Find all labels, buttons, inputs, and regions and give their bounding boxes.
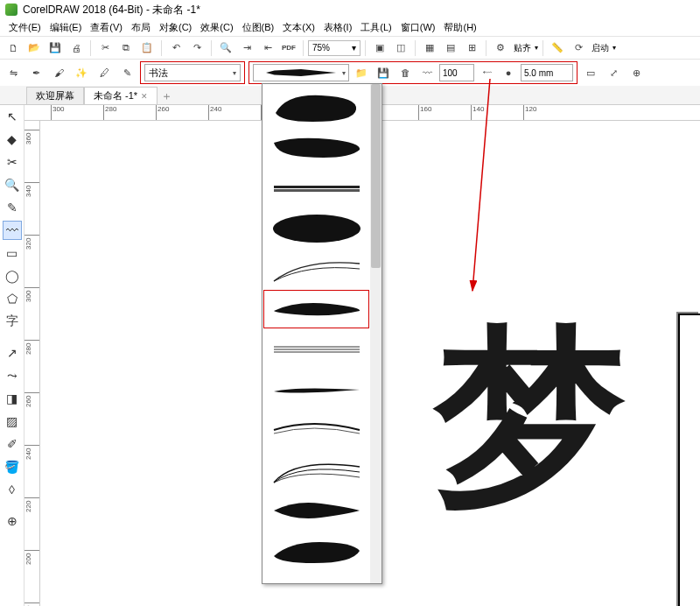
menu-file[interactable]: 文件(E) bbox=[5, 19, 45, 36]
zoom-tool-icon[interactable]: 🔍 bbox=[3, 175, 22, 194]
brush-shape-icon bbox=[269, 533, 365, 568]
polygon-tool-icon[interactable]: ⬠ bbox=[3, 289, 22, 308]
sprayer-icon[interactable]: ✨ bbox=[72, 63, 91, 82]
save-icon[interactable]: 💾 bbox=[46, 39, 65, 58]
cut-icon[interactable]: ✂ bbox=[95, 39, 115, 58]
text-tool-icon[interactable]: 字 bbox=[3, 312, 22, 331]
crop-tool-icon[interactable]: ✂ bbox=[3, 152, 22, 172]
dimension-tool-icon[interactable]: ↗ bbox=[3, 343, 22, 363]
width-icon[interactable]: ● bbox=[499, 63, 518, 82]
brush-item-8[interactable] bbox=[262, 370, 370, 410]
grid-icon[interactable]: ▦ bbox=[420, 39, 439, 58]
fill-tool-icon[interactable]: 🪣 bbox=[3, 457, 22, 476]
ruler-icon[interactable]: 📏 bbox=[548, 39, 567, 58]
eyedropper-tool-icon[interactable]: ✐ bbox=[3, 434, 22, 454]
scrollbar-thumb[interactable] bbox=[371, 84, 381, 268]
brush-item-9[interactable] bbox=[262, 410, 370, 450]
artwork-character[interactable]: 梦 bbox=[434, 322, 626, 515]
save-brush-icon[interactable]: 💾 bbox=[374, 63, 393, 82]
menu-text[interactable]: 文本(X) bbox=[279, 19, 318, 36]
brush-item-11[interactable] bbox=[262, 490, 370, 531]
pdf-icon[interactable]: PDF bbox=[279, 39, 298, 58]
tab-welcome[interactable]: 欢迎屏幕 bbox=[26, 87, 84, 104]
tab-add[interactable]: ＋ bbox=[158, 88, 175, 104]
copy-icon[interactable]: ⧉ bbox=[116, 39, 136, 58]
rectangle-tool-icon[interactable]: ▭ bbox=[3, 243, 22, 263]
options-icon[interactable]: ⚙ bbox=[491, 39, 510, 58]
menu-bitmap[interactable]: 位图(B) bbox=[239, 19, 278, 36]
menu-edit[interactable]: 编辑(E) bbox=[46, 19, 86, 36]
stroke-width-field[interactable]: 5.0 mm bbox=[521, 64, 573, 81]
zoom-combo[interactable]: 75%▾ bbox=[308, 40, 360, 56]
brush-item-13[interactable] bbox=[262, 571, 370, 584]
launch-label[interactable]: 启动 bbox=[590, 42, 611, 54]
brush-item-5[interactable] bbox=[262, 249, 370, 289]
artistic-media-tool-icon[interactable]: 〰 bbox=[3, 221, 22, 240]
bounding-icon[interactable]: ▭ bbox=[581, 63, 600, 82]
smoothing-value[interactable]: 100 bbox=[439, 64, 474, 81]
preset-icon[interactable]: ✒ bbox=[26, 63, 46, 82]
import-icon[interactable]: ⇥ bbox=[237, 39, 256, 58]
undo-icon[interactable]: ↶ bbox=[166, 39, 186, 58]
outline-tool-icon[interactable]: ◊ bbox=[3, 480, 22, 499]
tab-document[interactable]: 未命名 -1*✕ bbox=[84, 87, 158, 104]
brush-item-1[interactable] bbox=[262, 88, 370, 128]
ellipse-tool-icon[interactable]: ◯ bbox=[3, 266, 22, 285]
redo-icon[interactable]: ↷ bbox=[187, 39, 206, 58]
quick-customize-icon[interactable]: ⊕ bbox=[3, 511, 22, 531]
menu-table[interactable]: 表格(I) bbox=[320, 19, 355, 36]
transform-icon[interactable]: ⟳ bbox=[569, 39, 588, 58]
menu-object[interactable]: 对象(C) bbox=[156, 19, 195, 36]
smoothing-icon[interactable]: 〰 bbox=[417, 63, 437, 82]
new-icon[interactable]: 🗋 bbox=[4, 39, 23, 58]
property-bar: ⇋ ✒ 🖌 ✨ 🖊 ✎ 书法 ▾ ▾ 📁 💾 🗑 〰 100 ⬳ ● 5.0 m… bbox=[0, 60, 700, 86]
preview-icon[interactable]: ◫ bbox=[391, 39, 410, 58]
brush-item-10[interactable] bbox=[262, 450, 370, 490]
close-icon[interactable]: ✕ bbox=[141, 92, 148, 101]
brush-item-3[interactable] bbox=[262, 168, 370, 208]
pick-tool-icon[interactable]: ↖ bbox=[3, 107, 22, 126]
transparency-tool-icon[interactable]: ▨ bbox=[3, 412, 22, 431]
export-icon[interactable]: ⇤ bbox=[258, 39, 277, 58]
freehand-tool-icon[interactable]: ✎ bbox=[3, 198, 22, 217]
brush-stroke-dropdown[interactable] bbox=[262, 83, 382, 584]
mirror-h-icon[interactable]: ⇋ bbox=[4, 63, 23, 82]
open-icon[interactable]: 📂 bbox=[24, 39, 44, 58]
brush-shape-icon bbox=[269, 130, 365, 166]
paste-icon[interactable]: 📋 bbox=[137, 39, 157, 58]
menu-window[interactable]: 窗口(W) bbox=[397, 19, 439, 36]
pressure-icon[interactable]: ✎ bbox=[117, 63, 136, 82]
snap-icon[interactable]: ⊞ bbox=[462, 39, 481, 58]
nib-icon[interactable]: ⬳ bbox=[477, 63, 496, 82]
browse-folder-icon[interactable]: 📁 bbox=[352, 63, 371, 82]
menu-layout[interactable]: 布局 bbox=[128, 19, 154, 36]
brush-item-12[interactable] bbox=[262, 531, 370, 571]
menu-tools[interactable]: 工具(L) bbox=[357, 19, 395, 36]
connector-tool-icon[interactable]: ⤳ bbox=[3, 366, 22, 385]
calligraphic-icon[interactable]: 🖊 bbox=[94, 63, 114, 82]
brush-icon[interactable]: 🖌 bbox=[49, 63, 68, 82]
scrollbar[interactable] bbox=[370, 84, 382, 583]
shape-tool-icon[interactable]: ◆ bbox=[3, 130, 22, 149]
delete-brush-icon[interactable]: 🗑 bbox=[396, 63, 415, 82]
brush-item-2[interactable] bbox=[262, 128, 370, 168]
align-label[interactable]: 贴齐 bbox=[512, 42, 533, 54]
brush-shape-icon bbox=[269, 493, 365, 528]
brush-item-7[interactable] bbox=[262, 329, 370, 370]
brush-category-combo[interactable]: 书法 ▾ bbox=[144, 64, 241, 81]
scale-icon[interactable]: ⤢ bbox=[604, 63, 623, 82]
brush-item-4[interactable] bbox=[262, 208, 370, 249]
tick-label: 140 bbox=[472, 105, 484, 113]
brush-item-6[interactable] bbox=[262, 289, 370, 329]
add-icon[interactable]: ⊕ bbox=[626, 63, 646, 82]
menu-view[interactable]: 查看(V) bbox=[87, 19, 126, 36]
menu-help[interactable]: 帮助(H) bbox=[440, 19, 480, 36]
tab-label: 欢迎屏幕 bbox=[36, 89, 74, 102]
brush-stroke-combo[interactable]: ▾ bbox=[253, 64, 349, 81]
drop-shadow-tool-icon[interactable]: ◨ bbox=[3, 389, 22, 408]
menu-effects[interactable]: 效果(C) bbox=[197, 19, 236, 36]
fullscreen-icon[interactable]: ▣ bbox=[370, 39, 389, 58]
print-icon[interactable]: 🖨 bbox=[66, 39, 86, 58]
guides-icon[interactable]: ▤ bbox=[441, 39, 460, 58]
search-icon[interactable]: 🔍 bbox=[216, 39, 235, 58]
